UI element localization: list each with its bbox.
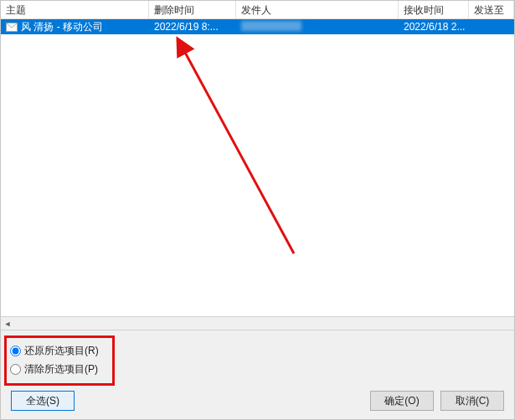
table-row[interactable]: 风 清扬 - 移动公司 2022/6/19 8:... 2022/6/18 2.… — [1, 19, 514, 34]
radio-purge-input[interactable] — [10, 364, 21, 375]
annotation-arrow — [1, 19, 514, 316]
cell-receive-time: 2022/6/18 2... — [399, 19, 469, 34]
ok-button[interactable]: 确定(O) — [370, 391, 434, 411]
col-header-sender[interactable]: 发件人 — [236, 1, 399, 18]
options-panel: 还原所选项目(R) 清除所选项目(P) 全选(S) 确定(O) 取消(C) — [1, 330, 514, 419]
radio-restore[interactable]: 还原所选项目(R) — [10, 341, 104, 360]
button-row: 全选(S) 确定(O) 取消(C) — [4, 386, 511, 416]
col-header-receive-time[interactable]: 接收时间 — [399, 1, 469, 18]
col-header-send-to[interactable]: 发送至 — [469, 1, 514, 18]
svg-line-1 — [183, 49, 294, 254]
horizontal-scrollbar[interactable]: ◄ — [1, 316, 514, 330]
cell-delete-time: 2022/6/19 8:... — [149, 19, 236, 34]
radio-restore-input[interactable] — [10, 346, 21, 356]
item-list[interactable]: 风 清扬 - 移动公司 2022/6/19 8:... 2022/6/18 2.… — [1, 19, 514, 316]
radio-purge[interactable]: 清除所选项目(P) — [10, 360, 104, 378]
scroll-left-icon[interactable]: ◄ — [1, 317, 14, 330]
cell-send-to — [469, 19, 514, 34]
recover-items-window: 主题 删除时间 发件人 接收时间 发送至 风 清扬 - 移动公司 2022/6/… — [0, 0, 515, 420]
col-header-subject[interactable]: 主题 — [1, 1, 149, 18]
column-header-row: 主题 删除时间 发件人 接收时间 发送至 — [1, 1, 514, 19]
action-radio-group: 还原所选项目(R) 清除所选项目(P) — [4, 335, 115, 386]
radio-purge-label: 清除所选项目(P) — [24, 362, 98, 376]
radio-restore-label: 还原所选项目(R) — [24, 344, 99, 358]
cell-sender — [236, 19, 399, 34]
mail-icon — [6, 23, 18, 32]
cancel-button[interactable]: 取消(C) — [440, 391, 504, 411]
cell-subject: 风 清扬 - 移动公司 — [21, 19, 103, 34]
col-header-delete-time[interactable]: 删除时间 — [149, 1, 236, 18]
select-all-button[interactable]: 全选(S) — [11, 391, 75, 411]
